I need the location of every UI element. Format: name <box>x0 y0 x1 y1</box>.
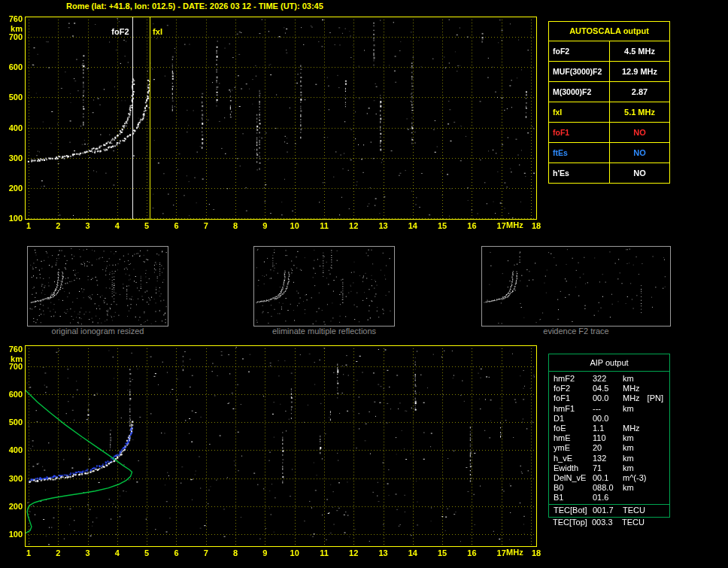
thumbnail-f2-trace-evidence <box>481 246 671 327</box>
aip-output-title: AIP output <box>549 354 669 372</box>
aip-unit-b0: km <box>623 483 634 493</box>
param-label-hpes: h'Es <box>549 163 610 183</box>
aip-name-b0: B0 <box>554 483 593 493</box>
aip-name-delnve: DelN_vE <box>554 473 593 483</box>
autoscala-app-window: Rome (lat: +41.8, lon: 012.5) - DATE: 20… <box>0 0 728 568</box>
aip-unit-fof1: MHz <box>623 393 640 403</box>
aip-name-fof2: foF2 <box>554 384 593 393</box>
aip-row-b1: B101.6 <box>549 493 669 503</box>
aip-value-b0: 088.0 <box>593 483 623 493</box>
aip-value-hmf1: --- <box>593 404 623 414</box>
aip-row-tec-bot: TEC[Bot]001.7TECU <box>549 504 669 515</box>
autoscala-row-m3000f2: M(3000)F2 2.87 <box>549 81 669 102</box>
aip-rows: hmF2322km foF204.5MHz foF100.0MHz[PN] hm… <box>549 372 669 517</box>
aip-name-yme: ymE <box>554 443 593 453</box>
param-value-muf3000f2: 12.9 MHz <box>610 67 669 76</box>
param-label-fof1: foF1 <box>549 123 610 142</box>
aip-extra-fof1: [PN] <box>648 393 663 403</box>
thumbnail-caption-reflections: eliminate multiple reflections <box>253 327 395 337</box>
aip-value-delnve: 00.1 <box>593 473 623 483</box>
aip-row-foe: foE1.1MHz <box>549 424 669 433</box>
aip-name-hmf2: hmF2 <box>554 374 593 384</box>
autoscala-row-hpes: h'Es NO <box>549 163 669 183</box>
thumbnail-caption-original: original ionogram resized <box>27 327 168 337</box>
aip-row-yme: ymE20km <box>549 443 669 453</box>
param-value-fof2: 4.5 MHz <box>610 47 669 56</box>
aip-name-hme: hmE <box>554 433 593 443</box>
aip-row-hme: hmE110km <box>549 433 669 443</box>
aip-unit-foe: MHz <box>623 424 640 433</box>
aip-row-fof2: foF204.5MHz <box>549 384 669 393</box>
aip-row-ewidth: Ewidth71km <box>549 463 669 473</box>
aip-output-panel: AIP output hmF2322km foF204.5MHz foF100.… <box>548 354 670 518</box>
param-label-fof2: foF2 <box>549 41 610 61</box>
aip-unit-fof2: MHz <box>623 384 640 393</box>
aip-name-b1: B1 <box>554 493 593 503</box>
aip-row-b0: B0088.0km <box>549 483 669 493</box>
aip-value-fof1: 00.0 <box>593 393 623 403</box>
aip-row-tec-top: TEC[Top]003.3TECU <box>548 518 669 527</box>
aip-row-tec-top-inner: TEC[Top]003.3TECU <box>548 518 669 527</box>
aip-name-tec-bot: TEC[Bot] <box>554 506 593 515</box>
aip-name-hmf1: hmF1 <box>554 404 593 414</box>
autoscala-row-fof1: foF1 NO <box>549 122 669 142</box>
param-label-m3000f2: M(3000)F2 <box>549 82 610 102</box>
aip-row-hve: h_vE132km <box>549 454 669 463</box>
aip-unit-hmf1: km <box>623 404 634 414</box>
aip-value-tec-bot: 001.7 <box>593 506 623 515</box>
aip-unit-hme: km <box>623 433 634 443</box>
aip-value-hmf2: 322 <box>593 374 623 384</box>
param-label-muf3000f2: MUF(3000)F2 <box>549 62 610 81</box>
param-label-fxi: fxI <box>549 102 610 122</box>
param-value-fof1: NO <box>610 128 669 137</box>
aip-row-d1: D100.0 <box>549 414 669 424</box>
aip-value-b1: 01.6 <box>593 493 623 503</box>
aip-row-fof1: foF100.0MHz[PN] <box>549 393 669 403</box>
aip-unit-tec-bot: TECU <box>623 506 645 515</box>
aip-value-ewidth: 71 <box>593 463 623 473</box>
aip-unit-tec-top: TECU <box>622 518 645 527</box>
aip-value-d1: 00.0 <box>593 414 623 424</box>
autoscala-row-muf3000f2: MUF(3000)F2 12.9 MHz <box>549 61 669 81</box>
aip-name-hve: h_vE <box>554 454 593 463</box>
aip-row-hmf1: hmF1---km <box>549 404 669 414</box>
profile-ionogram-plot <box>0 340 549 566</box>
autoscala-row-fof2: foF2 4.5 MHz <box>549 41 669 61</box>
param-label-ftes: ftEs <box>549 143 610 163</box>
aip-unit-hve: km <box>623 454 634 463</box>
aip-name-tec-top: TEC[Top] <box>553 518 592 527</box>
autoscala-row-ftes: ftEs NO <box>549 142 669 163</box>
thumbnail-multiple-reflections-removed <box>253 246 395 327</box>
aip-value-hme: 110 <box>593 433 623 443</box>
aip-unit-ewidth: km <box>623 463 634 473</box>
autoscala-output-title: AUTOSCALA output <box>549 22 669 41</box>
aip-unit-hmf2: km <box>623 374 634 384</box>
aip-unit-delnve: m^(-3) <box>623 473 646 483</box>
autoscala-output-panel: AUTOSCALA output foF2 4.5 MHz MUF(3000)F… <box>548 21 670 184</box>
param-value-ftes: NO <box>610 148 669 157</box>
aip-row-hmf2: hmF2322km <box>549 374 669 384</box>
aip-name-foe: foE <box>554 424 593 433</box>
thumbnail-original-ionogram <box>27 246 168 327</box>
aip-name-d1: D1 <box>554 414 593 424</box>
main-ionogram-plot <box>0 0 549 239</box>
param-value-fxi: 5.1 MHz <box>610 108 669 117</box>
aip-name-fof1: foF1 <box>554 393 593 403</box>
aip-name-ewidth: Ewidth <box>554 463 593 473</box>
aip-value-foe: 1.1 <box>593 424 623 433</box>
aip-value-hve: 132 <box>593 454 623 463</box>
aip-value-fof2: 04.5 <box>593 384 623 393</box>
param-value-m3000f2: 2.87 <box>610 87 669 96</box>
param-value-hpes: NO <box>610 169 669 178</box>
aip-unit-yme: km <box>623 443 634 453</box>
aip-value-tec-top: 003.3 <box>592 518 622 527</box>
aip-value-yme: 20 <box>593 443 623 453</box>
autoscala-row-fxi: fxI 5.1 MHz <box>549 102 669 122</box>
aip-row-delnve: DelN_vE00.1m^(-3) <box>549 473 669 483</box>
thumbnail-caption-f2-trace: evidence F2 trace <box>481 327 671 337</box>
